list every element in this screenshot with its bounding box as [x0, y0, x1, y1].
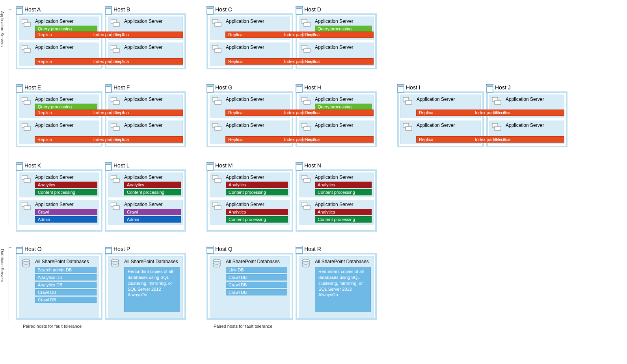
svg-point-95: [213, 259, 220, 262]
replica-label: Replica: [228, 137, 243, 142]
svg-point-98: [302, 259, 309, 262]
server-title: Application Server: [124, 19, 181, 24]
replica-label: Replica: [305, 59, 320, 64]
replica-label: Replica: [228, 110, 243, 115]
svg-rect-94: [207, 248, 213, 254]
app-server: Application ServerAnalyticsContent proce…: [210, 173, 290, 197]
svg-rect-36: [113, 100, 119, 104]
replica-label: Replica: [37, 59, 52, 64]
svg-rect-34: [105, 87, 112, 92]
svg-rect-50: [304, 126, 310, 130]
db-crawl: Crawl DB: [226, 282, 287, 288]
db-crawl: Crawl DB: [35, 289, 97, 295]
role-content: Content processing: [226, 189, 288, 195]
server-title: Application Server: [226, 19, 288, 24]
svg-rect-12: [113, 22, 119, 26]
svg-rect-58: [487, 87, 493, 92]
db-card: All SharePoint Databases Redundant copie…: [108, 256, 183, 318]
database-icon: [22, 259, 30, 268]
server-icon: [301, 202, 311, 210]
server-title: Application Server: [226, 202, 288, 207]
host-n: Host N Application ServerAnalyticsConten…: [296, 162, 377, 232]
role-analytics: Analytics: [35, 182, 97, 188]
database-icon: [301, 259, 310, 268]
host-title: Host H: [304, 84, 377, 91]
db-redundant-desc: Redundant copies of all databases using …: [124, 267, 180, 312]
index-partition-2-bar: Replica Index partition 2 Replica: [225, 32, 374, 38]
server-icon: [492, 97, 502, 105]
host-title: Host K: [24, 162, 102, 169]
svg-rect-9: [105, 6, 112, 8]
svg-rect-28: [16, 87, 22, 92]
server-title: Application Server: [506, 97, 562, 102]
svg-rect-33: [105, 84, 112, 86]
server-title: Application Server: [124, 123, 181, 128]
server-title: Application Server: [226, 45, 288, 50]
database-icon: [212, 259, 221, 268]
svg-rect-82: [296, 165, 302, 170]
index-partition-1-bar: Replica Index partition 1 Replica: [35, 58, 183, 65]
db-card: All SharePoint Databases Redundant copie…: [299, 256, 374, 318]
server-icon: [111, 45, 120, 53]
role-analytics: Analytics: [315, 209, 372, 215]
server-icon: [301, 19, 311, 27]
db-crawl: Crawl DB: [35, 297, 97, 303]
role-analytics: Analytics: [226, 209, 288, 215]
host-icon: [397, 84, 404, 93]
host-icon: [296, 6, 303, 15]
server-title: Application Server: [124, 97, 181, 102]
server-icon: [403, 97, 413, 105]
server-title: Application Server: [35, 97, 97, 102]
role-content: Content processing: [315, 216, 372, 223]
server-icon: [212, 202, 222, 210]
host-icon: [207, 246, 214, 254]
replica-label: Replica: [37, 137, 52, 142]
server-title: Application Server: [315, 19, 372, 24]
svg-rect-56: [406, 126, 412, 130]
svg-rect-30: [24, 100, 30, 104]
server-title: Application Server: [226, 97, 288, 102]
host-title: Host J: [495, 84, 567, 91]
db-analytics: Analytics DB: [35, 274, 97, 280]
svg-rect-24: [304, 22, 310, 26]
server-icon: [22, 175, 31, 183]
host-r: Host R All SharePoint Databases Redundan…: [296, 246, 377, 320]
server-icon: [111, 19, 120, 27]
index-partition-9-bar: ReplicaIndex partition 9Replica: [416, 136, 564, 143]
host-icon: [105, 246, 112, 254]
db-servers-label: Database Servers: [0, 249, 5, 282]
index-partition-4-bar: ReplicaIndex partition 4Replica: [35, 110, 183, 116]
server-icon: [22, 202, 31, 210]
replica-label: Replica: [37, 32, 52, 37]
server-icon: [212, 97, 222, 105]
svg-rect-76: [207, 165, 213, 170]
host-title: Host C: [215, 6, 293, 13]
svg-rect-74: [113, 206, 119, 210]
replica-label: Replica: [228, 32, 243, 37]
role-analytics: Analytics: [226, 182, 288, 188]
host-title: Host I: [406, 84, 484, 91]
svg-rect-46: [296, 87, 302, 92]
server-icon: [212, 19, 222, 27]
svg-rect-88: [16, 248, 22, 254]
host-title: Host Q: [215, 246, 293, 252]
host-title: Host B: [113, 6, 186, 13]
svg-rect-39: [207, 84, 214, 86]
svg-rect-15: [207, 6, 214, 8]
host-title: Host A: [24, 6, 102, 13]
server-icon: [301, 175, 311, 183]
svg-rect-16: [207, 9, 213, 14]
host-icon: [296, 246, 303, 254]
app-server: Application Server Analytics Content pro…: [108, 173, 183, 197]
svg-rect-80: [215, 206, 221, 210]
host-icon: [207, 84, 214, 93]
app-server: Application ServerAnalyticsContent proce…: [299, 200, 374, 225]
svg-rect-75: [207, 162, 214, 164]
svg-rect-4: [16, 9, 22, 14]
paired-caption: Paired hosts for fault tolerance: [214, 324, 272, 329]
svg-rect-62: [495, 126, 501, 130]
svg-rect-93: [207, 246, 214, 247]
svg-rect-44: [215, 126, 221, 130]
svg-rect-21: [296, 6, 303, 8]
svg-rect-68: [24, 206, 30, 210]
